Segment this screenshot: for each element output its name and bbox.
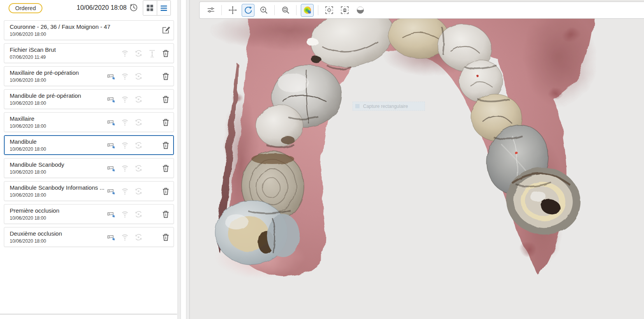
delete-icon[interactable] <box>161 187 170 196</box>
reprocess-icon <box>134 233 143 242</box>
slot-spacer <box>147 141 157 150</box>
reprocess-icon <box>134 187 143 196</box>
delete-icon[interactable] <box>161 164 170 173</box>
scan-item-title: Deuxième occlusion <box>10 230 62 237</box>
scan-item-premiere-occlusion[interactable]: Première occlusion 10/06/2020 18:00 <box>4 204 174 224</box>
grid-view-button[interactable] <box>143 1 157 15</box>
toolbar-separator <box>221 5 222 15</box>
delete-icon[interactable] <box>161 72 170 81</box>
scan-item-date: 10/06/2020 18:00 <box>10 215 60 221</box>
zoom-region-icon[interactable] <box>279 4 292 17</box>
slot-spacer <box>147 118 157 127</box>
dental-scan-model[interactable] <box>190 0 644 319</box>
capture-tooltip: Capture rectangulaire <box>353 102 425 111</box>
list-view-button[interactable] <box>157 1 170 15</box>
scanner-icon[interactable] <box>107 72 116 81</box>
delete-icon[interactable] <box>161 118 170 127</box>
color-texture-icon[interactable] <box>301 4 314 17</box>
reprocess-icon <box>134 118 143 127</box>
scan-item-date: 10/06/2020 18:00 <box>10 100 81 106</box>
capture-tooltip-label: Capture rectangulaire <box>363 104 408 109</box>
scanner-icon[interactable] <box>107 233 116 242</box>
transfer-icon <box>120 72 130 81</box>
reprocess-icon <box>134 210 143 219</box>
slot-spacer <box>107 49 116 58</box>
scan-item-date: 10/06/2020 18:00 <box>10 123 46 129</box>
rotate-icon[interactable] <box>242 4 254 17</box>
reprocess-icon <box>134 164 143 173</box>
scan-item-maxillaire[interactable]: Maxillaire 10/06/2020 18:00 <box>4 112 174 132</box>
slot-spacer <box>147 72 157 81</box>
scan-item-mandibule-scanbody[interactable]: Mandibule Scanbody 10/06/2020 18:00 <box>4 158 174 178</box>
delete-icon[interactable] <box>161 95 170 104</box>
scan-item-maxillaire-preop[interactable]: Maxillaire de pré-opération 10/06/2020 1… <box>4 66 174 86</box>
delete-icon[interactable] <box>161 49 170 58</box>
edit-icon[interactable] <box>161 26 170 35</box>
scan-item-date: 10/06/2020 18:00 <box>10 192 104 198</box>
sidebar-scrollbar[interactable] <box>177 0 181 319</box>
scan-item-order[interactable]: Couronne - 26, 36 / Faux Moignon - 47 10… <box>4 20 174 40</box>
dental-case-viewer-window: Ordered 10/06/2020 18:08 Couronne - 26, … <box>0 0 644 319</box>
scan-item-deuxieme-occlusion[interactable]: Deuxième occlusion 10/06/2020 18:00 <box>4 227 174 247</box>
status-badge: Ordered <box>9 3 42 13</box>
transfer-icon <box>120 95 130 104</box>
reprocess-icon <box>134 49 143 58</box>
toolbar-separator <box>274 5 275 15</box>
scan-item-date: 07/06/2020 11:49 <box>10 55 56 60</box>
case-datetime: 10/06/2020 18:08 <box>77 4 126 11</box>
capture-rectangle-icon[interactable] <box>338 4 351 17</box>
viewer-toolbar <box>199 2 644 19</box>
scan-item-title: Couronne - 26, 36 / Faux Moignon - 47 <box>10 23 111 30</box>
scan-item-date: 10/06/2020 18:00 <box>10 238 62 244</box>
slot-spacer <box>147 210 157 219</box>
transfer-icon <box>120 164 130 173</box>
transfer-icon <box>120 210 130 219</box>
reprocess-icon <box>134 72 143 81</box>
capture-view-icon[interactable] <box>323 4 335 17</box>
scan-item-title: Mandibule de pré-opération <box>10 92 81 99</box>
adjustments-icon[interactable] <box>204 4 217 17</box>
scan-item-mandibule-scanbody-informations[interactable]: Mandibule Scanbody Informations ... 10/0… <box>4 181 174 201</box>
pan-icon[interactable] <box>226 4 239 17</box>
scan-item-date: 10/06/2020 18:00 <box>10 78 79 83</box>
sidebar-bottom-divider <box>0 314 177 314</box>
sidebar-header: Ordered 10/06/2020 18:08 <box>0 0 177 19</box>
toolbar-separator <box>318 5 318 15</box>
toolbar-separator <box>296 5 297 15</box>
view-mode-toggle <box>143 0 171 16</box>
scan-item-title: Mandibule Scanbody Informations ... <box>10 184 104 191</box>
background-contrast-icon[interactable] <box>354 4 367 17</box>
scan-item-date: 10/06/2020 18:00 <box>10 169 64 175</box>
transfer-icon <box>120 49 130 58</box>
delete-icon[interactable] <box>161 233 170 242</box>
scanner-icon[interactable] <box>107 164 116 173</box>
capture-tooltip-icon <box>355 104 360 108</box>
transfer-icon <box>120 187 130 196</box>
scan-item-title: Mandibule <box>10 138 46 145</box>
scan-item-title: Maxillaire <box>10 115 46 122</box>
scanner-icon[interactable] <box>107 141 116 150</box>
transfer-icon <box>120 141 130 150</box>
reprocess-icon <box>134 95 143 104</box>
scan-item-fichier-iscan-brut[interactable]: Fichier iScan Brut 07/06/2020 11:49 <box>4 43 174 63</box>
delete-icon[interactable] <box>161 141 170 150</box>
scan-item-mandibule-preop[interactable]: Mandibule de pré-opération 10/06/2020 18… <box>4 89 174 109</box>
slot-spacer <box>147 187 157 196</box>
scan-item-title: Première occlusion <box>10 207 60 214</box>
zoom-in-icon[interactable] <box>257 4 270 17</box>
scan-item-title: Fichier iScan Brut <box>10 46 56 53</box>
scan-item-title: Mandibule Scanbody <box>10 161 64 168</box>
scanner-icon[interactable] <box>107 118 116 127</box>
slot-spacer <box>147 95 157 104</box>
scan-item-title: Maxillaire de pré-opération <box>10 69 79 76</box>
3d-viewport[interactable]: Capture rectangulaire <box>190 0 644 319</box>
slot-spacer <box>147 233 157 242</box>
scanner-icon[interactable] <box>107 95 116 104</box>
delete-icon[interactable] <box>161 210 170 219</box>
history-clock-icon[interactable] <box>129 3 139 12</box>
scanner-icon[interactable] <box>107 210 116 219</box>
scanner-icon[interactable] <box>107 187 116 196</box>
panel-divider <box>186 0 190 319</box>
scan-item-date: 10/06/2020 18:00 <box>10 32 111 37</box>
scan-item-mandibule[interactable]: Mandibule 10/06/2020 18:00 <box>4 135 174 155</box>
